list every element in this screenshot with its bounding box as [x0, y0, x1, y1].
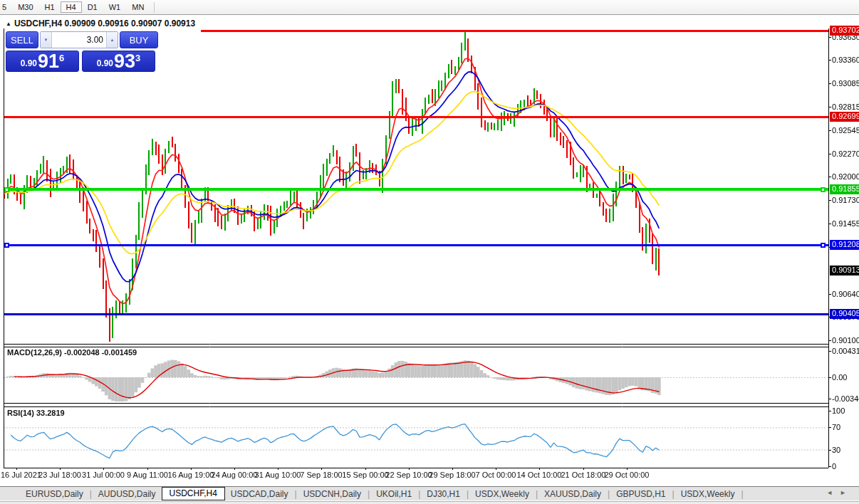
rsi-scale-label: 70: [832, 423, 840, 431]
date-label: 7 Sep 18:00: [300, 471, 342, 479]
date-label: 31 Aug 10:00: [255, 471, 301, 479]
tab-usdx-weekly[interactable]: USDX,Weekly: [675, 488, 741, 500]
collapse-icon[interactable]: ▲: [6, 21, 11, 27]
sell-price-big: 91: [38, 52, 59, 70]
date-label: 7 Oct 00:00: [476, 471, 516, 479]
date-label: 29 Oct 00:00: [605, 471, 650, 479]
chart-canvas[interactable]: [0, 0, 859, 504]
date-label: 16 Jul 2021: [1, 471, 41, 479]
tab-gbpusd-h1[interactable]: GBPUSD,H1: [610, 488, 671, 500]
date-label: 23 Jul 18:00: [38, 471, 81, 479]
tab-eurusd-daily[interactable]: EURUSD,Daily: [20, 488, 89, 500]
macd-scale-label: -0.003405: [832, 394, 859, 403]
buy-price-prefix: 0.90: [97, 58, 113, 68]
price-badge: 0.90913: [830, 266, 859, 275]
date-label: 14 Oct 10:00: [517, 471, 562, 479]
chart-title-text: USDCHF,H4 0.90909 0.90916 0.90907 0.9091…: [14, 19, 195, 28]
macd-scale-label: 0.00431: [832, 347, 859, 355]
buy-price-big: 93: [114, 52, 135, 70]
timeframe-mn[interactable]: MN: [126, 1, 150, 13]
macd-scale-label: 0.00: [832, 373, 847, 382]
tab-usdcad-daily[interactable]: USDCAD,Daily: [225, 488, 294, 500]
tab-usdchf-h4[interactable]: USDCHF,H4: [162, 487, 225, 500]
timeframe-h4[interactable]: H4: [61, 1, 82, 13]
price-tick-label: 0.91730: [832, 196, 859, 204]
timeframe-toolbar: 5M30H1H4D1W1MN: [0, 0, 859, 15]
spinner-up-icon: ▲: [110, 38, 115, 42]
tab-xauusd-daily[interactable]: XAUUSD,Daily: [538, 488, 607, 500]
toolbar-separator: [154, 2, 155, 13]
price-tick-label: 0.90100: [832, 336, 859, 345]
rsi-scale-label: 100: [832, 406, 845, 415]
volume-group: ▼ ▲: [40, 31, 118, 48]
tabs-scroll-right-icon[interactable]: ►: [840, 489, 853, 496]
price-badge: 0.91208: [830, 240, 859, 250]
tabs-scroll-left-icon[interactable]: ◄: [826, 489, 840, 496]
sell-price-button[interactable]: 0.90 91 6: [6, 51, 79, 72]
price-tick-label: 0.92815: [832, 103, 859, 111]
tab-usdx-weekly[interactable]: USDX,Weekly: [469, 488, 535, 500]
price-tick-label: 0.93085: [832, 79, 859, 88]
date-label: 22 Sep 10:00: [385, 471, 432, 479]
price-tick-label: 0.91455: [832, 219, 859, 228]
sell-price-sup: 6: [59, 53, 64, 63]
tab-audusd-daily[interactable]: AUDUSD,Daily: [93, 488, 162, 500]
date-label: 9 Aug 11:00: [127, 471, 168, 479]
date-label: 16 Aug 19:00: [168, 471, 214, 479]
macd-label: MACD(12,26,9) -0.002048 -0.001459: [7, 348, 137, 357]
price-tick-label: 0.93360: [832, 56, 859, 64]
tab-usdcnh-daily[interactable]: USDCNH,Daily: [298, 488, 367, 500]
timeframe-d1[interactable]: D1: [82, 1, 103, 13]
price-badge: 0.90405: [830, 309, 859, 319]
sell-price-prefix: 0.90: [21, 58, 37, 68]
rsi-scale-label: 0: [832, 462, 836, 471]
status-strip: [0, 501, 859, 504]
timeframe-5[interactable]: 5: [0, 1, 12, 13]
volume-input[interactable]: [52, 32, 106, 48]
spinner-down-icon: ▼: [44, 38, 48, 42]
date-label: 24 Aug 00:00: [212, 471, 258, 479]
price-tick-label: 0.90640: [832, 290, 859, 298]
tab-dj30-h1[interactable]: DJ30,H1: [421, 488, 466, 500]
timeframe-m30[interactable]: M30: [12, 1, 38, 13]
buy-price-sup: 3: [135, 53, 140, 63]
sell-button[interactable]: SELL: [6, 31, 38, 48]
date-label: 29 Sep 18:00: [429, 471, 475, 479]
price-badge: 0.93702: [830, 26, 859, 36]
price-badge: 0.92699: [830, 112, 859, 122]
volume-increase-button[interactable]: ▲: [106, 32, 118, 48]
price-badge: 0.91855: [830, 184, 859, 194]
rsi-scale-label: 30: [832, 446, 840, 454]
buy-button[interactable]: BUY: [120, 31, 158, 48]
timeframe-h1[interactable]: H1: [39, 1, 61, 13]
tab-divider: |: [740, 489, 744, 499]
one-click-trade-panel: SELL ▼ ▲ BUY 0.90 91 6 0.90 93 3: [6, 31, 158, 72]
tab-ukoil-h1[interactable]: UKOil,H1: [370, 488, 417, 500]
date-label: 21 Oct 18:00: [561, 471, 606, 479]
date-label: 31 Jul 00:00: [82, 471, 125, 479]
tab-divider: |: [672, 489, 675, 499]
rsi-label: RSI(14) 33.2819: [7, 409, 65, 417]
price-tick-label: 0.92000: [832, 172, 859, 181]
buy-price-button[interactable]: 0.90 93 3: [82, 51, 155, 72]
price-tick-label: 0.92270: [832, 149, 859, 158]
price-tick-label: 0.92545: [832, 126, 859, 135]
date-label: 15 Sep 00:00: [342, 471, 388, 479]
tab-divider: |: [294, 489, 298, 499]
volume-decrease-button[interactable]: ▼: [41, 32, 52, 48]
timeframe-w1[interactable]: W1: [103, 1, 127, 13]
symbol-tabs-bar: EURUSD,Daily|AUDUSD,DailyUSDCHF,H4USDCAD…: [0, 486, 859, 500]
